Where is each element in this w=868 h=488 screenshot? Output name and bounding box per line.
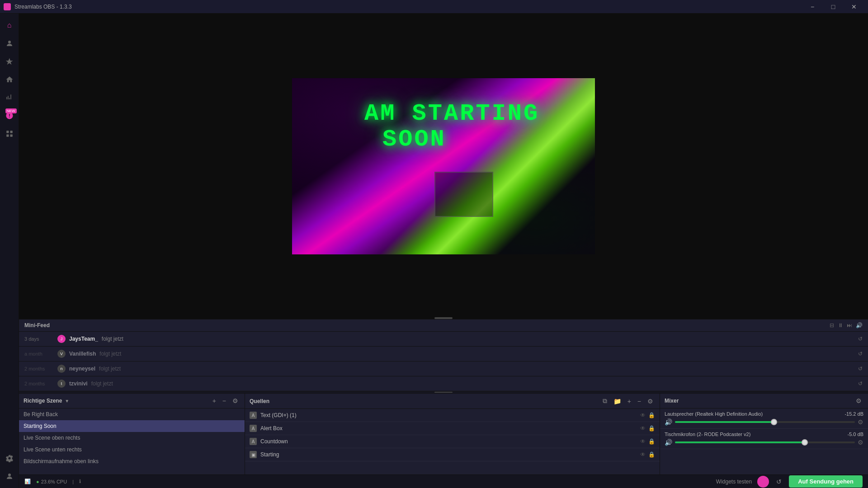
volume-icon[interactable]: 🔊 [856,322,863,328]
preview-canvas: AM STARTING SOON [292,78,595,254]
sidebar-item-new[interactable]: NEW [1,108,18,124]
mini-feed-title: Mini-Feed [24,322,50,328]
minimize-button[interactable]: − [802,0,823,14]
scenes-panel: Richtige Szene ▼ + − ⚙ Be Right BackStar… [19,394,245,474]
feed-refresh-icon[interactable]: ↺ [858,366,863,372]
scene-item[interactable]: Starting Soon [19,420,245,432]
feed-action: folgt jetzt [102,336,123,342]
sidebar-item-appstore[interactable] [1,126,18,142]
source-lock-btn[interactable]: 🔒 [648,425,655,432]
scenes-settings-btn[interactable]: ⚙ [231,396,240,405]
feed-avatar: n [57,365,66,373]
source-lock-btn[interactable]: 🔒 [648,438,655,445]
scenes-add-btn[interactable]: + [211,396,218,405]
sources-layers-btn[interactable]: ⧉ [601,396,609,406]
info-icon[interactable]: ℹ [79,479,81,484]
mixer-fader[interactable] [675,421,855,423]
titlebar: Streamlabs OBS - 1.3.3 − □ ✕ [0,0,868,14]
source-eye-btn[interactable]: 👁 [640,425,646,432]
sources-add-btn[interactable]: + [626,397,633,406]
cpu-status: ● 23.6% CPU [36,479,67,484]
feed-action: folgt jetzt [99,366,121,372]
filter-icon[interactable]: ⊟ [830,322,834,328]
svg-point-0 [8,41,11,43]
sources-folder-btn[interactable]: 📁 [612,397,623,406]
mixer-volume-icon[interactable]: 🔊 [665,439,672,446]
svg-rect-2 [10,131,12,133]
mixer-fader[interactable] [675,441,855,443]
feed-time: 2 months [24,381,54,386]
mixer-header: Mixer ⚙ [660,394,868,408]
feed-refresh-icon[interactable]: ↺ [858,380,863,387]
user-avatar[interactable] [757,476,769,488]
preview-inner-box [434,172,493,217]
sidebar-item-profile[interactable] [1,35,18,52]
feed-username: tzvinivi [69,380,88,387]
mixer-volume-icon[interactable]: 🔊 [665,418,672,426]
source-item: ▣ Starting 👁 🔒 [245,448,660,461]
sidebar-item-home[interactable]: ⌂ [1,17,18,33]
feed-refresh-icon[interactable]: ↺ [858,336,863,342]
mixer-channel-name: Tischmikrofon (2- RODE Podcaster v2) [665,432,750,437]
mixer-channel-db: -15.2 dB [844,411,863,417]
source-icon: A [250,438,257,445]
scene-item[interactable]: Be Right Back [19,408,245,420]
widgets-test-label: Widgets testen [716,479,752,485]
source-eye-btn[interactable]: 👁 [640,412,646,418]
new-badge: NEW [5,108,17,113]
status-left: 📊 ● 23.6% CPU | ℹ [24,479,81,484]
mixer-bar-container: 🔊 ⚙ [665,418,863,426]
source-controls: 👁 🔒 [640,425,655,432]
feed-time: 3 days [24,336,54,342]
source-item: A Text (GDI+) (1) 👁 🔒 [245,409,660,422]
mixer-settings-icon[interactable]: ⚙ [858,418,863,426]
sidebar-item-analytics[interactable] [1,89,18,106]
mixer-settings-icon[interactable]: ⚙ [858,439,863,446]
titlebar-left: Streamlabs OBS - 1.3.3 [4,3,72,10]
svg-point-5 [8,474,11,476]
go-live-button[interactable]: Auf Sendung gehen [789,475,863,488]
maximize-button[interactable]: □ [823,0,844,14]
source-icon: A [250,425,257,432]
sidebar-item-magic[interactable] [1,53,18,70]
feed-time: a month [24,351,54,357]
sidebar-item-house[interactable] [1,71,18,88]
scenes-dropdown-arrow[interactable]: ▼ [65,399,69,404]
feed-avatar: V [57,350,66,358]
source-lock-btn[interactable]: 🔒 [648,412,655,418]
sidebar-item-user-bottom[interactable] [1,468,18,484]
scenes-remove-btn[interactable]: − [221,396,228,405]
reconnect-btn[interactable]: ↺ [774,477,783,486]
svg-rect-4 [10,135,12,137]
source-eye-btn[interactable]: 👁 [640,438,646,445]
source-icon: A [250,412,257,419]
sources-controls: ⧉ 📁 + − ⚙ [601,396,655,406]
mixer-settings-btn[interactable]: ⚙ [854,396,863,405]
feed-action: folgt jetzt [99,351,121,357]
source-controls: 👁 🔒 [640,451,655,458]
status-right: Widgets testen ↺ Auf Sendung gehen [716,475,863,488]
scene-item[interactable]: Live Scene unten rechts [19,444,245,455]
close-button[interactable]: ✕ [844,0,864,14]
mini-feed: Mini-Feed ⊟ ⏸ ⏭ 🔊 3 days J JaysTeam_ fol… [19,319,868,391]
mixer-channel-header: Lautsprecher (Realtek High Definition Au… [665,411,863,417]
app-icon [4,3,11,10]
sidebar-item-settings-bottom[interactable] [1,450,18,466]
source-lock-btn[interactable]: 🔒 [648,451,655,458]
feed-time: 2 months [24,366,54,371]
source-eye-btn[interactable]: 👁 [640,451,646,458]
svg-rect-3 [6,135,9,137]
preview-resize-handle[interactable] [434,317,453,319]
sources-settings-btn[interactable]: ⚙ [646,397,655,406]
window-controls: − □ ✕ [802,0,864,14]
source-controls: 👁 🔒 [640,412,655,418]
pause-icon[interactable]: ⏸ [838,322,843,328]
sources-remove-btn[interactable]: − [636,397,643,406]
feed-avatar: J [57,335,66,343]
scene-item[interactable]: Bildschirmaufnahme oben links [19,455,245,467]
scene-item[interactable]: Live Scene oben rechts [19,432,245,444]
skip-icon[interactable]: ⏭ [847,322,852,328]
feed-refresh-icon[interactable]: ↺ [858,351,863,357]
mixer-channel: Tischmikrofon (2- RODE Podcaster v2) -5.… [660,429,868,449]
feed-items-container: 3 days J JaysTeam_ folgt jetzt ↺ a month… [19,332,868,391]
